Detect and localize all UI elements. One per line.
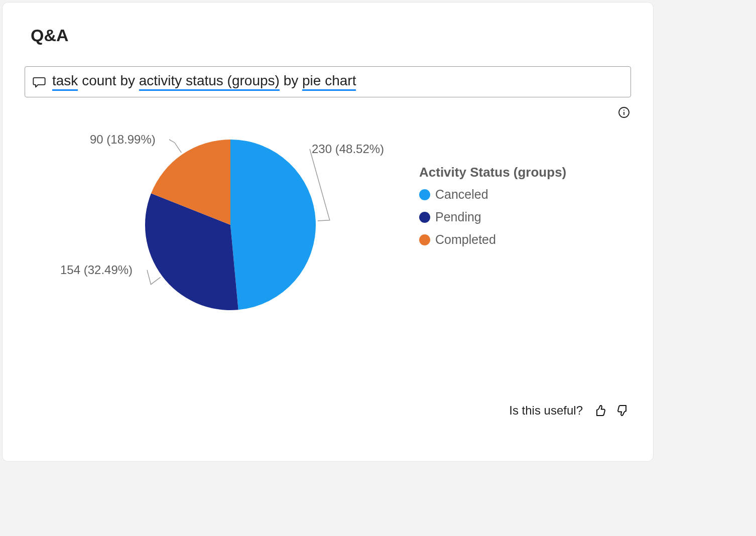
- legend: Activity Status (groups) Canceled Pendin…: [419, 124, 566, 335]
- feedback-prompt: Is this useful?: [509, 404, 583, 418]
- legend-item-pending[interactable]: Pending: [419, 210, 566, 224]
- thumbs-up-icon[interactable]: [592, 403, 607, 418]
- query-text: task count by activity status (groups) b…: [52, 73, 356, 91]
- data-label-canceled: 230 (48.52%): [312, 142, 384, 156]
- legend-title: Activity Status (groups): [419, 165, 566, 180]
- legend-item-canceled[interactable]: Canceled: [419, 187, 566, 202]
- legend-label: Canceled: [435, 187, 488, 202]
- swatch-completed: [419, 234, 430, 245]
- query-token: count by: [78, 73, 139, 91]
- data-label-completed: 90 (18.99%): [90, 132, 156, 147]
- chat-bubble-icon: [32, 75, 46, 89]
- data-label-pending: 154 (32.49%): [60, 263, 133, 277]
- legend-label: Pending: [435, 210, 481, 224]
- page-title: Q&A: [3, 3, 653, 45]
- chart-area: 230 (48.52%) 154 (32.49%) 90 (18.99%) Ac…: [3, 119, 653, 335]
- pie-slice-canceled[interactable]: [230, 140, 316, 310]
- query-token: pie chart: [302, 73, 356, 91]
- swatch-pending: [419, 212, 430, 223]
- qa-card: Q&A task count by activity status (group…: [2, 2, 654, 462]
- legend-label: Completed: [435, 232, 496, 247]
- query-token: task: [52, 73, 78, 91]
- pie-chart: 230 (48.52%) 154 (32.49%) 90 (18.99%): [33, 124, 414, 335]
- leader-line: [147, 270, 161, 285]
- query-input[interactable]: task count by activity status (groups) b…: [25, 66, 631, 97]
- info-icon[interactable]: [617, 105, 631, 119]
- legend-item-completed[interactable]: Completed: [419, 232, 566, 247]
- swatch-canceled: [419, 189, 430, 200]
- svg-point-2: [623, 109, 624, 110]
- leader-line: [169, 140, 181, 153]
- query-token: by: [280, 73, 302, 91]
- thumbs-down-icon[interactable]: [616, 403, 631, 418]
- query-token: activity status (groups): [139, 73, 280, 91]
- feedback-bar: Is this useful?: [509, 403, 631, 418]
